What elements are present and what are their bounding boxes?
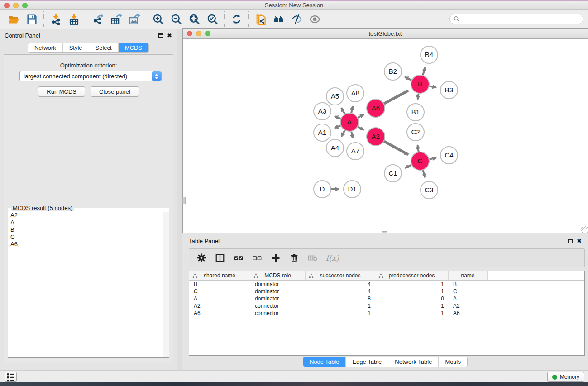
home-button[interactable]	[269, 11, 287, 27]
column-header-name[interactable]: name	[449, 271, 488, 280]
edge-A-A8[interactable]	[351, 106, 353, 113]
table-row[interactable]: A6connector11A6	[189, 310, 584, 317]
column-header-shared-name[interactable]: shared name	[189, 271, 250, 280]
edge-A-A2[interactable]	[358, 127, 363, 130]
network-node-B[interactable]: B	[411, 75, 429, 93]
network-node-B2[interactable]: B2	[384, 63, 402, 80]
network-node-A4[interactable]: A4	[326, 139, 344, 157]
select-all-button[interactable]	[230, 251, 247, 265]
network-node-C1[interactable]: C1	[384, 165, 402, 182]
network-node-C4[interactable]: C4	[440, 147, 458, 164]
tab-network-table[interactable]: Network Table	[388, 357, 439, 367]
resize-grip-icon[interactable]	[581, 226, 588, 233]
import-network-button[interactable]	[47, 11, 65, 27]
settings-button[interactable]	[193, 251, 210, 265]
edge-A-A7[interactable]	[351, 132, 353, 138]
mcds-result-list[interactable]: A2ABCA6	[9, 212, 163, 357]
deselect-all-button[interactable]	[249, 251, 265, 265]
panel-splitter[interactable]	[177, 29, 182, 370]
open-file-button[interactable]	[5, 11, 23, 27]
result-list-item[interactable]: A2	[9, 212, 163, 219]
edge-B-B4[interactable]	[423, 67, 425, 75]
table-row[interactable]: Cdominator41C	[189, 288, 584, 295]
edge-A-A5[interactable]	[341, 108, 345, 114]
network-node-B3[interactable]: B3	[440, 81, 458, 99]
network-node-A8[interactable]: A8	[347, 85, 364, 102]
table-row[interactable]: Bdominator41B	[189, 281, 584, 288]
memory-button[interactable]: Memory	[547, 372, 584, 382]
edge-A-A3[interactable]	[335, 116, 341, 119]
result-list-item[interactable]: A6	[9, 241, 163, 248]
result-list-item[interactable]: A	[9, 219, 163, 226]
tab-mcds[interactable]: MCDS	[119, 43, 148, 52]
tab-select[interactable]: Select	[89, 43, 119, 52]
edge-A-A6[interactable]	[358, 114, 364, 118]
delete-row-button[interactable]	[286, 251, 302, 265]
column-header-MCDS-role[interactable]: MCDS role	[250, 271, 306, 280]
show-columns-button[interactable]	[211, 251, 228, 265]
tab-node-table[interactable]: Node Table	[303, 357, 346, 367]
import-table-button[interactable]	[65, 11, 83, 27]
network-node-A1[interactable]: A1	[314, 124, 331, 141]
edge-C-C1[interactable]	[405, 165, 411, 168]
edge-A-A4[interactable]	[341, 130, 345, 136]
save-session-button[interactable]	[23, 11, 41, 27]
column-header-successor-nodes[interactable]: successor nodes	[306, 271, 375, 280]
zoom-in-button[interactable]	[149, 11, 167, 27]
network-node-A7[interactable]: A7	[347, 143, 364, 160]
edge-C-C4[interactable]	[430, 158, 436, 159]
export-network-button[interactable]	[89, 11, 107, 27]
zoom-selected-button[interactable]	[203, 11, 221, 27]
table-row[interactable]: Adominator80A	[189, 295, 584, 302]
task-history-button[interactable]	[5, 372, 17, 382]
refresh-layout-button[interactable]	[227, 11, 245, 27]
zoom-fit-button[interactable]	[185, 11, 203, 27]
close-table-panel-icon[interactable]: ✖	[577, 238, 582, 244]
optimization-criterion-select[interactable]: largest connected component (directed)	[19, 71, 162, 81]
float-panel-icon[interactable]	[158, 33, 163, 38]
tab-network[interactable]: Network	[28, 43, 63, 52]
network-node-B1[interactable]: B1	[407, 104, 424, 121]
network-node-A[interactable]: A	[340, 113, 359, 131]
export-table-button[interactable]	[107, 11, 125, 27]
close-panel-icon[interactable]: ✖	[167, 33, 172, 38]
delete-table-button[interactable]	[304, 251, 321, 265]
network-node-A6[interactable]: A6	[367, 99, 385, 117]
result-list-item[interactable]: B	[9, 226, 163, 234]
column-header-predecessor-nodes[interactable]: predecessor nodes	[375, 271, 449, 280]
table-row[interactable]: A2connector11A2	[189, 302, 584, 310]
tab-style[interactable]: Style	[63, 43, 89, 52]
result-list-item[interactable]: C	[9, 234, 163, 241]
network-node-A5[interactable]: A5	[326, 88, 344, 105]
network-node-D[interactable]: D	[314, 181, 331, 198]
tab-motifs[interactable]: Motifs	[439, 357, 467, 367]
edge-A-A1[interactable]	[335, 126, 340, 128]
network-node-D1[interactable]: D1	[344, 181, 361, 198]
edge-B-B3[interactable]	[430, 86, 436, 87]
network-node-C3[interactable]: C3	[421, 181, 438, 199]
export-image-button[interactable]	[125, 11, 143, 27]
close-panel-button[interactable]: Close panel	[91, 86, 139, 97]
float-table-panel-icon[interactable]	[568, 239, 573, 243]
network-canvas[interactable]: B4B2BB3A8A5A6A3B1AC2A1A2A4A7C4CC1C3DD1	[183, 39, 588, 233]
new-session-from-selection-button[interactable]	[251, 11, 269, 27]
tab-edge-table[interactable]: Edge Table	[346, 357, 388, 367]
zoom-out-button[interactable]	[167, 11, 185, 27]
edge-A2-C[interactable]	[384, 141, 408, 154]
edge-B-B2[interactable]	[405, 77, 411, 80]
show-all-button[interactable]	[306, 11, 324, 27]
network-node-C2[interactable]: C2	[407, 124, 424, 141]
edge-C-C3[interactable]	[423, 170, 425, 177]
network-node-A3[interactable]: A3	[314, 103, 331, 120]
network-node-C[interactable]: C	[411, 152, 429, 170]
edge-A6-B[interactable]	[384, 91, 408, 104]
search-box[interactable]	[449, 14, 583, 24]
left-splitter-handle[interactable]	[182, 197, 186, 204]
search-input[interactable]	[462, 16, 579, 22]
result-scrollbar[interactable]	[163, 212, 169, 357]
network-node-B4[interactable]: B4	[421, 46, 438, 63]
network-node-A2[interactable]: A2	[367, 128, 385, 146]
run-mcds-button[interactable]: Run MCDS	[38, 86, 85, 97]
function-builder-button[interactable]: f(x)	[323, 251, 339, 265]
add-row-button[interactable]	[267, 251, 284, 265]
